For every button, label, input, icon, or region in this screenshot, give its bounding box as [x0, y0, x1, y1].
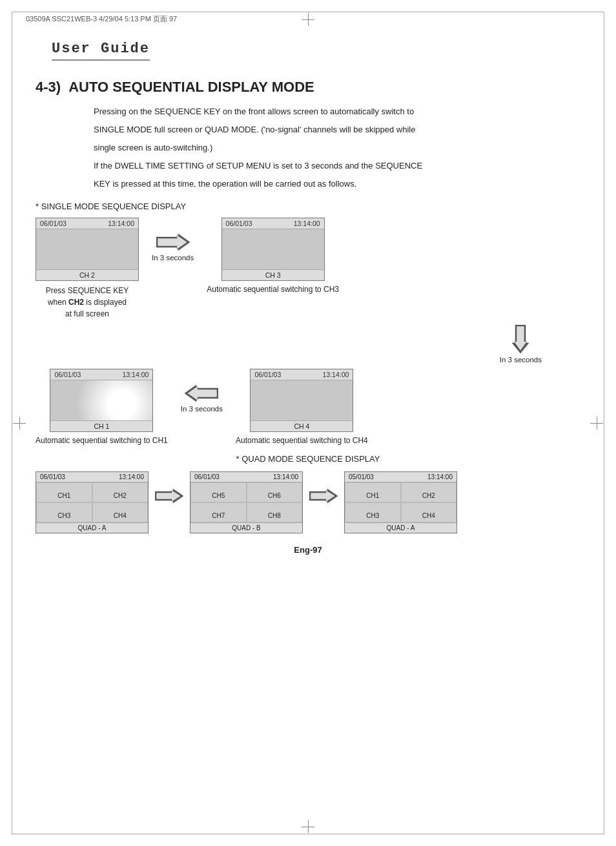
quad-b-ch7: CH7 — [190, 502, 247, 522]
second-monitor-row: 06/01/03 13:14:00 CH 1 Automatic sequent… — [36, 369, 580, 445]
quad-c-ch2: CH2 — [401, 482, 457, 502]
down-arrow-section: In 3 seconds — [36, 325, 580, 364]
quad-arrow-ab-icon — [155, 488, 183, 504]
ch4-caption-text: Automatic sequential switching to CH4 — [236, 436, 368, 445]
quad-c-date: 05/01/03 — [349, 473, 374, 480]
quad-a-ch3: CH3 — [36, 502, 92, 522]
quad-c-ch1: CH1 — [345, 482, 401, 502]
quad-diagram: 06/01/03 13:14:00 CH1 CH2 CH3 CH4 QUAD -… — [36, 471, 580, 533]
quad-a-box: 06/01/03 13:14:00 CH1 CH2 CH3 CH4 QUAD -… — [36, 471, 149, 533]
quad-a-ch2: CH2 — [92, 482, 149, 502]
ch3-caption: Automatic sequential switching to CH3 — [207, 285, 339, 294]
quad-a-footer: QUAD - A — [36, 522, 148, 533]
arrow-right-icon — [156, 233, 190, 251]
monitor-ch4-date: 06/01/03 — [254, 371, 281, 378]
quad-b-grid: CH5 CH6 CH7 CH8 — [190, 482, 302, 522]
single-mode-label: * SINGLE MODE SEQUENCE DISPLAY — [36, 201, 580, 211]
quad-a-section: 06/01/03 13:14:00 CH1 CH2 CH3 CH4 QUAD -… — [36, 471, 149, 533]
section-title: AUTO SEQUENTIAL DISPLAY MODE — [68, 79, 314, 96]
footer-text: Eng-97 — [294, 545, 322, 555]
quad-a-ch4: CH4 — [92, 502, 149, 522]
down-arrow-label: In 3 seconds — [500, 356, 542, 364]
monitor-ch4-body — [251, 380, 353, 420]
main-content: 4-3) AUTO SEQUENTIAL DISPLAY MODE Pressi… — [0, 61, 616, 568]
body-text-1: Pressing on the SEQUENCE KEY on the fron… — [94, 105, 580, 119]
user-guide-title: User Guide — [52, 41, 150, 61]
quad-arrow-ab — [149, 488, 190, 504]
body-text-4: If the DWELL TIME SETTING of SETUP MENU … — [94, 159, 580, 173]
monitor-ch4: 06/01/03 13:14:00 CH 4 — [250, 369, 353, 432]
header-text: 03509A SSC21WEB-3 4/29/04 5:13 PM 页面 97 — [26, 14, 177, 24]
monitor-ch1-section: 06/01/03 13:14:00 CH 1 Automatic sequent… — [36, 369, 168, 445]
press-caption-1: Press SEQUENCE KEY — [46, 286, 129, 295]
quad-c-grid: CH1 CH2 CH3 CH4 — [345, 482, 457, 522]
quad-b-date: 06/01/03 — [194, 473, 220, 480]
monitor-ch2: 06/01/03 13:14:00 CH 2 — [36, 218, 139, 281]
quad-b-header: 06/01/03 13:14:00 — [190, 472, 302, 482]
monitor-ch3: 06/01/03 13:14:00 CH 3 — [221, 218, 325, 281]
monitor-ch1-date: 06/01/03 — [54, 371, 81, 378]
quad-b-box: 06/01/03 13:14:00 CH5 CH6 CH7 CH8 QUAD -… — [190, 471, 303, 533]
monitor-ch2-footer: CH 2 — [36, 269, 138, 280]
quad-c-time: 13:14:00 — [427, 473, 453, 480]
ch4-caption: Automatic sequential switching to CH4 — [236, 436, 368, 445]
quad-c-box: 05/01/03 13:14:00 CH1 CH2 CH3 CH4 QUAD -… — [344, 471, 457, 533]
monitor-ch4-header: 06/01/03 13:14:00 — [251, 369, 353, 380]
quad-c-ch3: CH3 — [345, 502, 401, 522]
monitor-ch1-footer: CH 1 — [50, 420, 152, 431]
quad-a-header: 06/01/03 13:14:00 — [36, 472, 148, 482]
monitor-ch2-section: 06/01/03 13:14:00 CH 2 Press SEQUENCE KE… — [36, 218, 139, 320]
quad-b-footer: QUAD - B — [190, 522, 302, 533]
monitor-ch4-footer: CH 4 — [251, 420, 353, 431]
page-footer: Eng-97 — [36, 545, 580, 555]
monitor-ch1-body — [50, 380, 152, 420]
quad-b-time: 13:14:00 — [273, 473, 298, 480]
press-caption-3: at full screen — [65, 309, 109, 318]
arrow-down-icon — [511, 325, 529, 353]
monitor-ch1-time: 13:14:00 — [123, 371, 149, 378]
quad-a-date: 06/01/03 — [40, 473, 65, 480]
down-arrow-group: In 3 seconds — [500, 325, 542, 364]
quad-b-ch6: CH6 — [247, 482, 303, 502]
monitor-ch1-header: 06/01/03 13:14:00 — [50, 369, 152, 380]
quad-c-ch4: CH4 — [401, 502, 457, 522]
ch3-caption-text: Automatic sequential switching to CH3 — [207, 285, 339, 294]
quad-b-ch5: CH5 — [190, 482, 247, 502]
quad-arrow-bc-icon — [309, 488, 338, 504]
arrow-left-section: In 3 seconds — [168, 384, 236, 413]
arrow-left-label: In 3 seconds — [181, 405, 223, 413]
ch2-caption: Press SEQUENCE KEY when CH2 is displayed… — [46, 285, 129, 320]
monitor-ch2-body — [36, 229, 138, 269]
monitor-ch3-time: 13:14:00 — [294, 220, 320, 227]
monitor-ch1: 06/01/03 13:14:00 CH 1 — [50, 369, 153, 432]
quad-mode-label: * QUAD MODE SEQUENCE DISPLAY — [36, 454, 580, 464]
monitor-ch4-time: 13:14:00 — [323, 371, 349, 378]
quad-a-ch1: CH1 — [36, 482, 92, 502]
quad-arrow-bc — [303, 488, 344, 504]
quad-b-ch8: CH8 — [247, 502, 303, 522]
quad-a-grid: CH1 CH2 CH3 CH4 — [36, 482, 148, 522]
quad-a-time: 13:14:00 — [119, 473, 144, 480]
arrow-right-label: In 3 seconds — [152, 254, 194, 262]
press-caption-2: when CH2 is displayed — [48, 298, 127, 307]
monitor-ch3-date: 06/01/03 — [226, 220, 252, 227]
quad-b-section: 06/01/03 13:14:00 CH5 CH6 CH7 CH8 QUAD -… — [190, 471, 303, 533]
quad-c-footer: QUAD - A — [345, 522, 457, 533]
crosshair-top — [302, 13, 314, 26]
monitor-ch3-body — [222, 229, 324, 269]
quad-c-section: 05/01/03 13:14:00 CH1 CH2 CH3 CH4 QUAD -… — [344, 471, 457, 533]
monitor-ch3-section: 06/01/03 13:14:00 CH 3 Automatic sequent… — [207, 218, 339, 294]
crosshair-left — [13, 417, 26, 429]
monitor-ch4-section: 06/01/03 13:14:00 CH 4 Automatic sequent… — [236, 369, 368, 445]
monitor-ch2-time: 13:14:00 — [108, 220, 134, 227]
crosshair-right — [590, 417, 603, 429]
body-text-3: single screen is auto-switching.) — [94, 141, 580, 155]
monitor-ch2-date: 06/01/03 — [40, 220, 67, 227]
arrow-right-section: In 3 seconds — [139, 233, 207, 262]
ch1-caption: Automatic sequential switching to CH1 — [36, 436, 168, 445]
section-number: 4-3) — [36, 79, 61, 96]
ch1-caption-text: Automatic sequential switching to CH1 — [36, 436, 168, 445]
monitor-ch3-header: 06/01/03 13:14:00 — [222, 218, 324, 229]
body-text-2: SINGLE MODE full screen or QUAD MODE. ('… — [94, 123, 580, 137]
monitor-ch2-header: 06/01/03 13:14:00 — [36, 218, 138, 229]
